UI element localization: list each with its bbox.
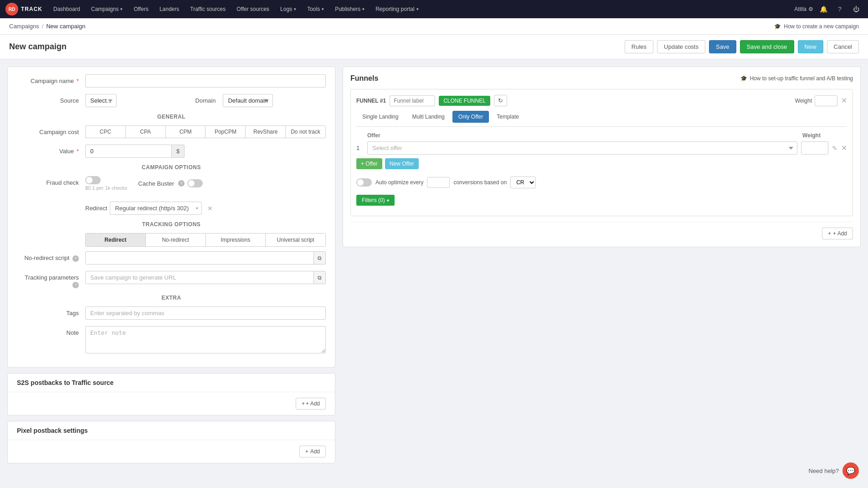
- help-icon[interactable]: ?: [833, 3, 846, 16]
- weight-label: Weight: [795, 98, 812, 104]
- no-redirect-copy-button[interactable]: ⧉: [314, 251, 326, 265]
- plus-icon: +: [302, 400, 305, 407]
- funnel-tab-single-landing[interactable]: Single Landing: [356, 111, 404, 123]
- note-label: Note: [17, 326, 85, 336]
- offer-edit-button[interactable]: ✎: [832, 145, 837, 152]
- filters-button[interactable]: Filters (0) ▾: [356, 195, 395, 206]
- cost-btn-cpm[interactable]: CPM: [165, 125, 205, 138]
- value-label: Value *: [17, 145, 85, 155]
- save-button[interactable]: Save: [709, 40, 736, 53]
- tracking-parameters-input[interactable]: [85, 271, 314, 284]
- campaign-name-label: Campaign name *: [17, 74, 85, 84]
- nav-item-logs[interactable]: Logs ▾: [276, 0, 301, 18]
- cost-btn-cpc[interactable]: CPC: [85, 125, 125, 138]
- source-select[interactable]: Select...: [85, 94, 117, 107]
- notifications-icon[interactable]: 🔔: [817, 3, 830, 16]
- cache-buster-label: Cache Buster: [138, 180, 174, 187]
- tracking-parameters-label: Tracking parameters ?: [17, 271, 85, 288]
- offer-number: 1: [356, 145, 364, 151]
- funnel-label: FUNNEL #1: [356, 98, 386, 104]
- plus-icon: +: [828, 230, 831, 237]
- pixel-add-button[interactable]: + Add: [299, 446, 326, 457]
- cache-buster-help-icon[interactable]: ?: [178, 180, 185, 187]
- cost-btn-revshare[interactable]: RevShare: [245, 125, 285, 138]
- funnels-help[interactable]: 🎓 How to set-up traffic funnel and A/B t…: [740, 75, 853, 82]
- auto-optimize-toggle[interactable]: [356, 178, 372, 187]
- nav-item-traffic-sources[interactable]: Traffic sources: [185, 0, 230, 18]
- filters-chevron-icon: ▾: [387, 198, 389, 203]
- chevron-down-icon: ▾: [362, 7, 365, 11]
- nav-item-reporting-portal[interactable]: Reporting portal ▾: [371, 0, 423, 18]
- rules-button[interactable]: Rules: [625, 40, 653, 53]
- offer-row: 1 Select offer 100 ✎ ✕: [356, 141, 847, 155]
- nav-item-offer-sources[interactable]: Offer sources: [232, 0, 274, 18]
- need-help-button[interactable]: 💬: [842, 462, 859, 479]
- pixel-postback-header[interactable]: Pixel postback settings: [8, 421, 335, 440]
- add-offer-button[interactable]: + Offer: [356, 158, 382, 169]
- pixel-postback-section: Pixel postback settings + Add: [7, 421, 335, 463]
- nav-item-offers[interactable]: Offers: [129, 0, 153, 18]
- offer-select[interactable]: Select offer: [367, 141, 797, 155]
- cost-btn-do-not-track[interactable]: Do not track: [285, 125, 326, 138]
- campaign-options-header: CAMPAIGN OPTIONS: [17, 164, 326, 171]
- nav-item-dashboard[interactable]: Dashboard: [49, 0, 85, 18]
- cache-buster-toggle[interactable]: [187, 179, 203, 187]
- page-title: New campaign: [9, 42, 67, 52]
- offer-weight-input[interactable]: 100: [801, 141, 828, 155]
- tracking-tab-redirect[interactable]: Redirect: [86, 234, 146, 246]
- breadcrumb-separator: /: [42, 23, 44, 30]
- domain-select[interactable]: Default domain: [223, 94, 273, 107]
- no-redirect-script-input[interactable]: [85, 251, 314, 265]
- tracking-tab-impressions[interactable]: Impressions: [206, 234, 266, 246]
- funnel-name-input[interactable]: [390, 95, 435, 106]
- breadcrumb-help[interactable]: 🎓 How to create a new campaign: [774, 23, 859, 30]
- cancel-button[interactable]: Cancel: [827, 40, 859, 53]
- redirect-clear-button[interactable]: ✕: [205, 205, 216, 212]
- breadcrumb: Campaigns / New campaign: [9, 23, 85, 30]
- tracking-params-help-icon[interactable]: ?: [72, 282, 79, 288]
- chevron-down-icon: ▾: [294, 7, 296, 11]
- new-button[interactable]: New: [798, 40, 823, 53]
- redirect-select[interactable]: Regular redirect (http/s 302) JS redirec…: [110, 202, 202, 215]
- plus-icon: +: [305, 448, 308, 455]
- auto-optimize-value-input[interactable]: 0: [427, 177, 450, 188]
- funnel-tab-multi-landing[interactable]: Multi Landing: [406, 111, 450, 123]
- fraud-hint: $0.1 per 1k checks: [85, 185, 127, 191]
- need-help: Need help? 💬: [809, 462, 859, 479]
- app-logo[interactable]: RD TRACK: [5, 3, 42, 16]
- refresh-funnel-button[interactable]: ↻: [494, 95, 507, 106]
- tracking-tab-no-redirect[interactable]: No-redirect: [146, 234, 206, 246]
- campaign-name-input[interactable]: [85, 74, 326, 88]
- save-close-button[interactable]: Save and close: [740, 40, 794, 53]
- new-offer-button[interactable]: New Offer: [385, 158, 419, 169]
- offer-delete-button[interactable]: ✕: [841, 144, 847, 152]
- power-icon[interactable]: ⏻: [850, 3, 863, 16]
- nav-item-landers[interactable]: Landers: [155, 0, 184, 18]
- funnel-add-button[interactable]: + + Add: [822, 228, 853, 239]
- nav-item-publishers[interactable]: Publishers ▾: [330, 0, 369, 18]
- fraud-check-toggle[interactable]: [85, 176, 101, 184]
- funnel-weight-input[interactable]: 100: [815, 95, 837, 106]
- clone-funnel-button[interactable]: CLONE FUNNEL: [439, 96, 490, 106]
- cost-btn-popcpm[interactable]: PopCPM: [205, 125, 245, 138]
- tags-label: Tags: [17, 306, 85, 317]
- tracking-params-copy-button[interactable]: ⧉: [314, 271, 326, 284]
- value-input[interactable]: [85, 145, 172, 158]
- funnel-tab-only-offer[interactable]: Only Offer: [452, 111, 489, 123]
- note-input[interactable]: [85, 326, 326, 353]
- cost-btn-cpa[interactable]: CPA: [125, 125, 165, 138]
- s2s-add-button[interactable]: + + Add: [296, 398, 326, 410]
- breadcrumb-parent[interactable]: Campaigns: [9, 23, 39, 30]
- update-costs-button[interactable]: Update costs: [657, 40, 705, 53]
- logo-icon: RD: [5, 3, 18, 16]
- cr-select[interactable]: CR: [510, 177, 536, 188]
- no-redirect-help-icon[interactable]: ?: [72, 255, 79, 262]
- nav-item-campaigns[interactable]: Campaigns ▾: [87, 0, 128, 18]
- tags-input[interactable]: [85, 306, 326, 320]
- nav-item-tools[interactable]: Tools ▾: [303, 0, 329, 18]
- funnel-remove-button[interactable]: ✕: [841, 97, 847, 104]
- tracking-tab-universal-script[interactable]: Universal script: [266, 234, 325, 246]
- funnel-tab-template[interactable]: Template: [491, 111, 525, 123]
- s2s-postbacks-header[interactable]: S2S postbacks to Traffic source: [8, 374, 335, 392]
- nav-user[interactable]: Attila ⚙: [794, 6, 813, 12]
